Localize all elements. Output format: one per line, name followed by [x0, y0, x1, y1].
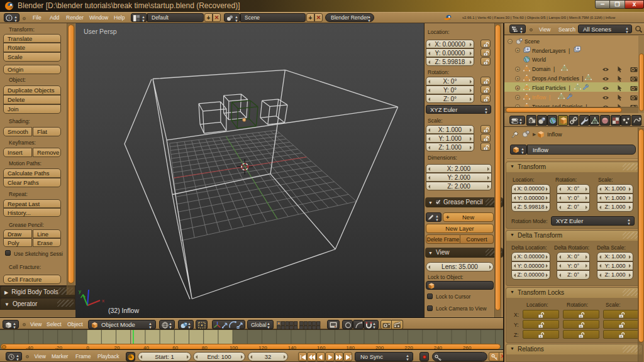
svg-text:x: x: [102, 298, 104, 304]
svg-text:y: y: [79, 288, 81, 294]
svg-text:i: i: [9, 16, 10, 20]
